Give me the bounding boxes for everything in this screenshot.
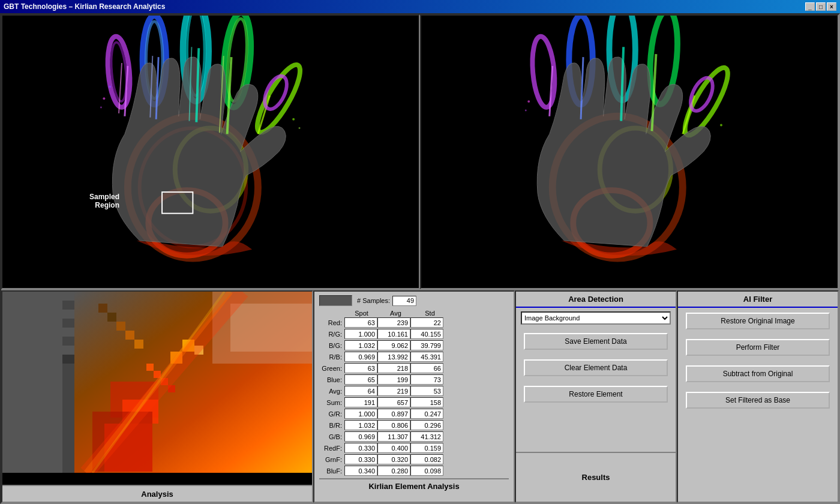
row-spot-8[interactable]: [344, 409, 377, 419]
row-spot-13[interactable]: [344, 466, 377, 476]
row-avg-2[interactable]: [377, 340, 410, 350]
restore-element-button[interactable]: Restore Element: [524, 386, 667, 403]
row-avg-4[interactable]: [377, 363, 410, 373]
svg-point-25: [100, 106, 102, 108]
data-row-3: R/B:: [319, 352, 509, 362]
row-std-3[interactable]: [410, 352, 443, 362]
perform-filter-button[interactable]: Perform Filter: [686, 339, 829, 356]
main-window: GBT Tech. - TEST1: [0, 13, 840, 504]
row-avg-1[interactable]: [377, 329, 410, 339]
dropdown-row: Image Background Element 1 Element 2 Ele…: [521, 311, 671, 325]
row-label-12: GrnF:: [319, 456, 344, 463]
samples-input[interactable]: [392, 296, 416, 306]
svg-point-24: [103, 97, 105, 100]
row-avg-10[interactable]: [377, 431, 410, 442]
row-std-12[interactable]: [410, 454, 443, 464]
analysis-label: Analysis: [2, 485, 312, 502]
title-bar-buttons: _ □ ×: [805, 2, 836, 11]
row-spot-2[interactable]: [344, 340, 377, 350]
row-spot-5[interactable]: [344, 374, 377, 385]
svg-rect-67: [146, 364, 154, 371]
row-std-8[interactable]: [410, 409, 443, 419]
row-avg-3[interactable]: [377, 352, 410, 362]
results-label: Results: [516, 452, 676, 502]
svg-rect-74: [62, 319, 74, 328]
data-row-1: R/G:: [319, 329, 509, 339]
row-std-5[interactable]: [410, 374, 443, 385]
title-bar: GBT Technologies – Kirlian Research Anal…: [0, 0, 840, 13]
svg-rect-76: [62, 337, 74, 346]
row-spot-12[interactable]: [344, 454, 377, 464]
row-spot-0[interactable]: [344, 317, 377, 328]
area-detection-dropdown[interactable]: Image Background Element 1 Element 2 Ele…: [521, 311, 671, 325]
data-row-4: Green:: [319, 363, 509, 373]
row-std-4[interactable]: [410, 363, 443, 373]
svg-rect-57: [134, 340, 143, 349]
set-filtered-as-base-button[interactable]: Set Filtered as Base: [686, 392, 829, 409]
row-std-2[interactable]: [410, 340, 443, 350]
data-panel: # Samples: Spot Avg Std Red: R/G: B/G:: [313, 290, 515, 503]
row-spot-3[interactable]: [344, 352, 377, 362]
row-std-9[interactable]: [410, 420, 443, 430]
save-element-button[interactable]: Save Element Data: [524, 333, 667, 350]
ai-filter-panel: AI Filter Restore Original Image Perform…: [677, 290, 839, 503]
svg-point-46: [525, 109, 527, 111]
row-std-11[interactable]: [410, 443, 443, 453]
row-label-7: Sum:: [319, 399, 344, 406]
row-spot-7[interactable]: [344, 397, 377, 407]
minimize-button[interactable]: _: [805, 2, 815, 11]
column-headers: Spot Avg Std: [344, 310, 509, 317]
ai-filter-header: AI Filter: [678, 292, 838, 308]
row-avg-9[interactable]: [377, 420, 410, 430]
row-label-9: B/R:: [319, 422, 344, 429]
clear-element-button[interactable]: Clear Element Data: [524, 359, 667, 376]
row-label-6: Avg:: [319, 388, 344, 395]
col-spot: Spot: [344, 310, 379, 317]
row-std-13[interactable]: [410, 466, 443, 476]
row-std-0[interactable]: [410, 317, 443, 328]
close-button[interactable]: ×: [827, 2, 836, 11]
col-avg: Avg: [379, 310, 413, 317]
data-row-10: G/B:: [319, 431, 509, 442]
svg-point-47: [720, 124, 722, 127]
right-image-panel: GBT Tech. - TEST1: [420, 14, 839, 289]
row-spot-4[interactable]: [344, 363, 377, 373]
row-avg-0[interactable]: [377, 317, 410, 328]
svg-rect-53: [98, 304, 107, 313]
right-hand-image: [421, 16, 838, 288]
maximize-button[interactable]: □: [816, 2, 826, 11]
row-avg-7[interactable]: [377, 397, 410, 407]
bottom-section: Analysis # Samples: Spot Avg Std Red: R/: [1, 290, 839, 503]
row-spot-9[interactable]: [344, 420, 377, 430]
subtract-from-original-button[interactable]: Subtract from Original: [686, 365, 829, 382]
svg-rect-73: [62, 310, 74, 319]
row-label-11: RedF:: [319, 445, 344, 452]
row-std-7[interactable]: [410, 397, 443, 407]
row-avg-13[interactable]: [377, 466, 410, 476]
top-section: GBT Tech. - TEST1: [1, 14, 839, 290]
row-std-10[interactable]: [410, 431, 443, 442]
svg-rect-54: [107, 313, 116, 322]
row-std-6[interactable]: [410, 386, 443, 396]
row-label-8: G/R:: [319, 410, 344, 418]
area-detection-header: Area Detection: [516, 292, 676, 308]
row-spot-10[interactable]: [344, 431, 377, 442]
row-spot-1[interactable]: [344, 329, 377, 339]
svg-point-45: [527, 100, 530, 103]
samples-label: # Samples:: [357, 297, 390, 304]
row-avg-12[interactable]: [377, 454, 410, 464]
row-avg-8[interactable]: [377, 409, 410, 419]
row-avg-5[interactable]: [377, 374, 410, 385]
row-std-1[interactable]: [410, 329, 443, 339]
svg-rect-77: [62, 346, 74, 355]
row-avg-6[interactable]: [377, 386, 410, 396]
row-spot-6[interactable]: [344, 386, 377, 396]
svg-rect-55: [116, 322, 125, 331]
data-row-5: Blue:: [319, 374, 509, 385]
svg-rect-71: [62, 292, 74, 301]
svg-rect-72: [62, 301, 74, 310]
kirlian-label: Kirlian Element Analysis: [319, 478, 509, 493]
restore-original-button[interactable]: Restore Original Image: [686, 313, 829, 329]
row-spot-11[interactable]: [344, 443, 377, 453]
row-avg-11[interactable]: [377, 443, 410, 453]
